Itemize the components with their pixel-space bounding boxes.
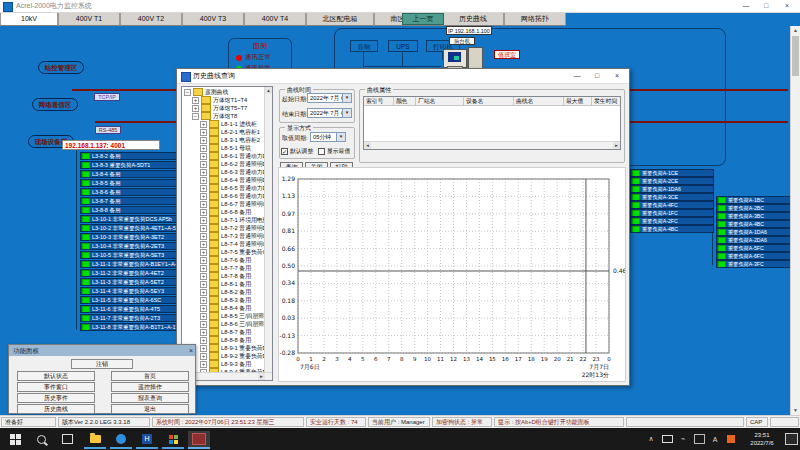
device-row[interactable]: 重要负荷A-2BC xyxy=(716,204,792,212)
tree-expander-icon[interactable]: + xyxy=(200,329,207,336)
dropdown-arrow-icon[interactable]: ▼ xyxy=(336,133,345,141)
tab-网络拓扑[interactable]: 网络拓扑 xyxy=(504,12,566,26)
prev-page-button[interactable]: 上一页 xyxy=(402,13,444,25)
device-row[interactable]: 重要负荷A-6FC xyxy=(716,252,792,260)
column-header-厂站名[interactable]: 厂站名 xyxy=(416,97,464,106)
app-h-icon[interactable]: H xyxy=(136,431,158,449)
tray-plug-icon[interactable]: ⌁ xyxy=(676,431,690,447)
period-combo[interactable]: 05分钟▼ xyxy=(310,132,346,142)
tree-expander-icon[interactable]: + xyxy=(192,97,199,104)
tree-scroll-right[interactable]: ► xyxy=(258,373,265,380)
panel-button-报表查询[interactable]: 报表查询 xyxy=(111,393,189,403)
tree-expander-icon[interactable]: + xyxy=(200,177,207,184)
tree-expander-icon[interactable]: + xyxy=(200,201,207,208)
device-row[interactable]: 重要负荷A-4BC xyxy=(630,225,714,233)
tree-expander-icon[interactable]: + xyxy=(200,145,207,152)
device-row[interactable]: 重要负荷A-2CE xyxy=(630,177,714,185)
search-icon[interactable] xyxy=(30,431,52,447)
tree-expander-icon[interactable]: + xyxy=(200,209,207,216)
window-maximize-button[interactable]: □ xyxy=(757,0,775,12)
dialog-minimize-button[interactable]: — xyxy=(567,69,587,83)
device-row[interactable]: 重要负荷A-1DA6 xyxy=(630,185,714,193)
table-hscrollbar[interactable]: ◄ ► xyxy=(364,141,620,149)
tab-400V T2[interactable]: 400V T2 xyxy=(120,12,182,26)
default-scale-checkbox[interactable]: ✓ 默认调整 xyxy=(281,147,313,156)
app-blue-icon[interactable] xyxy=(110,431,132,449)
tree-vscrollbar[interactable]: ▲ ▼ xyxy=(264,87,272,380)
tree-expander-icon[interactable]: + xyxy=(192,105,199,112)
tree-expander-icon[interactable]: + xyxy=(200,361,207,368)
start-button[interactable] xyxy=(4,431,26,447)
file-explorer-icon[interactable] xyxy=(84,431,106,449)
tree-expander-icon[interactable]: − xyxy=(184,89,191,96)
tree-expander-icon[interactable]: + xyxy=(200,193,207,200)
tree-expander-icon[interactable]: + xyxy=(200,337,207,344)
device-row[interactable]: 重要负荷A-1FC xyxy=(630,209,714,217)
panel-button-历史曲线[interactable]: 历史曲线 xyxy=(17,404,95,414)
curve-tree[interactable]: −遥测曲线+万体馆T1~T4+万体馆T5~T7−万体馆T8+L8-1-1 进线柜… xyxy=(181,86,273,381)
tree-expander-icon[interactable]: + xyxy=(200,273,207,280)
device-row[interactable]: 重要负荷A-1CE xyxy=(630,169,714,177)
panel-button-遥控操作[interactable]: 遥控操作 xyxy=(111,382,189,392)
device-row[interactable]: 重要负荷A-5FC xyxy=(716,244,792,252)
tab-10kV[interactable]: 10kV xyxy=(0,12,58,26)
window-minimize-button[interactable]: — xyxy=(737,0,755,12)
column-header-索引号[interactable]: 索引号 xyxy=(364,97,394,106)
device-row[interactable]: 重要负荷A-2DA6 xyxy=(716,236,792,244)
tree-expander-icon[interactable]: + xyxy=(200,161,207,168)
checkbox-checked-icon[interactable]: ✓ xyxy=(281,148,288,155)
column-header-最大值[interactable]: 最大值 xyxy=(564,97,592,106)
page-scrollbar[interactable]: ▲ ▼ xyxy=(790,26,800,415)
dialog-close-button[interactable]: × xyxy=(607,69,627,83)
device-row[interactable]: 重要负荷A-3FC xyxy=(716,260,792,268)
task-view-icon[interactable] xyxy=(56,431,78,447)
function-panel-close-icon[interactable]: × xyxy=(189,345,193,356)
tab-400V T1[interactable]: 400V T1 xyxy=(58,12,120,26)
device-row[interactable]: 重要负荷A-4BC xyxy=(716,220,792,228)
tree-expander-icon[interactable]: + xyxy=(200,313,207,320)
scrollbar-thumb[interactable] xyxy=(792,36,799,76)
tree-expander-icon[interactable]: + xyxy=(200,345,207,352)
tray-letter-icon[interactable]: A xyxy=(708,431,722,447)
tree-expander-icon[interactable]: + xyxy=(200,137,207,144)
tree-expander-icon[interactable]: + xyxy=(200,121,207,128)
tree-expander-icon[interactable]: + xyxy=(200,321,207,328)
logout-button[interactable]: 注销 xyxy=(71,359,133,369)
panel-button-默认状态[interactable]: 默认状态 xyxy=(17,371,95,381)
end-date-combo[interactable]: 2022年 7月 6日▼ xyxy=(307,108,352,118)
tray-display-icon[interactable] xyxy=(660,431,674,447)
tree-expander-icon[interactable]: + xyxy=(200,265,207,272)
panel-button-历史事件[interactable]: 历史事件 xyxy=(17,393,95,403)
tree-expander-icon[interactable]: + xyxy=(200,249,207,256)
tree-expander-icon[interactable]: + xyxy=(200,297,207,304)
device-row[interactable]: 重要负荷A-1BC xyxy=(716,196,792,204)
tab-历史曲线[interactable]: 历史曲线 xyxy=(442,12,504,26)
column-header-颜色[interactable]: 颜色 xyxy=(394,97,416,106)
device-row[interactable]: 重要负荷A-1DA6 xyxy=(716,228,792,236)
tree-expander-icon[interactable]: + xyxy=(200,353,207,360)
show-extremes-checkbox[interactable]: 显示最值 xyxy=(318,147,350,156)
checkbox-unchecked-icon[interactable] xyxy=(318,148,325,155)
column-header-发生时间[interactable]: 发生时间 xyxy=(592,97,621,106)
tray-chevron-icon[interactable]: ∧ xyxy=(644,431,658,447)
dialog-titlebar[interactable]: 历史曲线查询 — □ × xyxy=(177,69,629,84)
tab-北区配电箱[interactable]: 北区配电箱 xyxy=(306,12,374,26)
tree-expander-icon[interactable]: + xyxy=(200,129,207,136)
app-grid-icon[interactable] xyxy=(162,431,184,449)
scroll-down-arrow[interactable]: ▼ xyxy=(791,406,800,415)
tray-alert-icon[interactable] xyxy=(724,431,738,447)
tree-expander-icon[interactable]: + xyxy=(200,281,207,288)
taskbar-clock[interactable]: 23:51 2022/7/6 xyxy=(742,431,782,447)
tree-expander-icon[interactable]: + xyxy=(200,153,207,160)
window-close-button[interactable]: × xyxy=(778,0,796,12)
tree-expander-icon[interactable]: + xyxy=(200,225,207,232)
tree-expander-icon[interactable]: + xyxy=(200,289,207,296)
panel-button-事件窗口[interactable]: 事件窗口 xyxy=(17,382,95,392)
column-header-曲线名[interactable]: 曲线名 xyxy=(514,97,564,106)
tree-expander-icon[interactable]: − xyxy=(192,113,199,120)
panel-button-退出[interactable]: 退出 xyxy=(111,404,189,414)
tree-expander-icon[interactable]: + xyxy=(200,217,207,224)
start-date-combo[interactable]: 2022年 7月 6日▼ xyxy=(307,93,352,103)
tree-expander-icon[interactable]: + xyxy=(200,169,207,176)
tab-400V T4[interactable]: 400V T4 xyxy=(244,12,306,26)
